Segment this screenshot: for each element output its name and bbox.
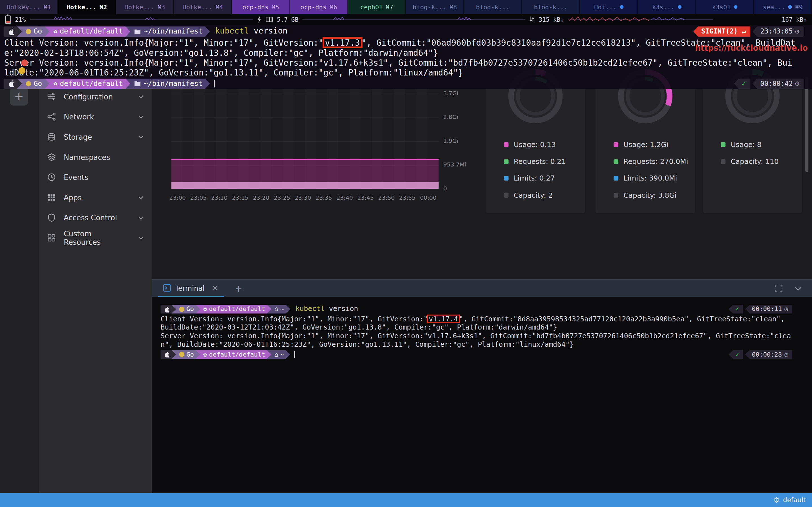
cpu-sparkline (30, 15, 253, 23)
sidebar-item-access-control[interactable]: Access Control (39, 208, 152, 228)
tmux-terminal-pane[interactable]: Go ✿default/default ~/bin/manifest kubec… (0, 25, 812, 89)
tmux-window-tab[interactable]: ocp-dns⌘5 (232, 0, 290, 14)
clock-icon: ◷ (795, 26, 799, 36)
y-axis-tick: 3.7Gi (443, 90, 458, 97)
new-terminal-tab-button[interactable]: + (235, 283, 242, 294)
lens-status-bar: default (0, 493, 812, 507)
go-segment: Go (17, 78, 49, 89)
tmux-window-tab[interactable]: blog-k...⌘8 (406, 0, 464, 14)
tmux-window-tab[interactable]: Hot... (580, 0, 638, 14)
kube-context-segment: ✿default/default (195, 350, 271, 359)
network-arrows-icon (529, 16, 535, 23)
terminal-icon (163, 284, 171, 292)
tmux-window-tab[interactable]: blog-k... (522, 0, 580, 14)
kubernetes-wheel-icon (773, 497, 780, 503)
namespaces-icon (47, 153, 56, 161)
sidebar-item-namespaces[interactable]: Namespaces (39, 147, 152, 167)
active-context-label[interactable]: default (783, 496, 806, 504)
network-up: 167 kB↑ (782, 16, 807, 23)
memory-requests-area (171, 182, 439, 189)
network-down: 315 kB↓ (539, 16, 564, 23)
collapse-chevron-icon[interactable] (795, 286, 802, 291)
usage-dot (504, 142, 509, 147)
sidebar-item-network[interactable]: Network (39, 107, 152, 127)
sidebar-item-storage[interactable]: Storage (39, 127, 152, 147)
tune-icon (47, 92, 56, 101)
capacity-dot (504, 193, 509, 198)
cluster-overview: 3.7Gi 2.8Gi 1.9Gi 953.7Mi 0 23:0023:0523… (152, 25, 812, 493)
activity-dot (788, 5, 792, 9)
version-highlight-box: v1.17.4 (426, 315, 460, 323)
tmux-window-tab[interactable]: k3s... (638, 0, 696, 14)
x-axis: 23:0023:0523:1023:1523:2023:2523:3023:35… (169, 194, 437, 202)
battery-icon (5, 15, 11, 23)
command-text: kubectl version (215, 26, 288, 36)
prompt-line: Go ✿default/default ⌂~ ✓ 00:00:28◷ (160, 349, 812, 359)
tmux-status-bar: 21% 5.7 GB 315 kB↓ 167 kB↑ (0, 14, 812, 25)
chevron-down-icon (138, 115, 143, 118)
lens-terminal[interactable]: Go ✿default/default ⌂~ kubectl version ✓… (152, 297, 812, 493)
tmux-window-tab-active[interactable]: Hotke...⌘2 (58, 0, 116, 14)
terminal-tab[interactable]: Terminal × (158, 280, 223, 297)
kube-context-segment: ✿default/default (195, 305, 271, 314)
chevron-down-icon (138, 236, 143, 239)
apple-icon (165, 306, 170, 312)
legend-row: Usage: 1.2Gi (614, 140, 688, 150)
prompt-line: Go ✿default/default ⌂~ kubectl version ✓… (160, 304, 812, 314)
tmux-window-tab[interactable]: sea...⌘9 (754, 0, 812, 14)
add-cluster-button[interactable]: + (10, 87, 28, 105)
terminal-panel-tabbar: Terminal × + (152, 279, 812, 297)
usage-dot (721, 142, 726, 147)
chevron-down-icon (138, 135, 143, 138)
clock-icon: ◷ (795, 78, 799, 89)
folder-icon (134, 29, 141, 34)
legend-row: Capacity: 110 (721, 157, 779, 166)
server-version-output: Server Version: version.Info{Major:"1", … (160, 332, 791, 349)
lens-cluster-rail: + (0, 25, 39, 493)
sidebar-item-custom-resources[interactable]: Custom Resources (39, 228, 152, 248)
y-axis-tick: 0 (443, 185, 447, 192)
limits-dot (614, 176, 619, 180)
legend-row: Requests: 270.0Mi (614, 157, 688, 166)
kube-context-icon: ✿ (54, 26, 57, 36)
kube-context-segment: ✿default/default (45, 26, 130, 37)
expand-icon[interactable] (775, 284, 783, 292)
tmux-window-tab[interactable]: ceph01⌘7 (348, 0, 406, 14)
tmux-window-tab[interactable]: Hotkey...⌘1 (0, 0, 58, 14)
text-cursor (294, 351, 295, 358)
tmux-window-tab[interactable]: Hotke...⌘4 (174, 0, 232, 14)
sidebar-item-events[interactable]: Events (39, 167, 152, 187)
text-cursor (214, 80, 215, 88)
legend-row: Limits: 0.27 (504, 173, 566, 183)
go-icon (179, 352, 185, 357)
window-minimize-light[interactable] (18, 67, 26, 74)
tmux-window-tab[interactable]: Hotke...⌘3 (116, 0, 174, 14)
y-axis-tick: 953.7Mi (443, 161, 466, 168)
capacity-dot (721, 159, 726, 164)
close-icon[interactable]: × (212, 283, 218, 293)
prompt-line: Go ✿default/default ~/bin/manifest kubec… (4, 26, 812, 37)
memory-usage: 5.7 GB (277, 16, 298, 23)
folder-icon (134, 81, 141, 87)
window-close-light[interactable] (21, 59, 28, 66)
tmux-window-list: Hotkey...⌘1 Hotke...⌘2 Hotke...⌘3 Hotke.… (0, 0, 812, 14)
power-icon (257, 16, 262, 23)
tmux-window-tab[interactable]: ocp-dns⌘6 (290, 0, 348, 14)
signal-chip: SIGINT(2) ↵ (693, 26, 750, 37)
apple-icon (165, 351, 170, 357)
tmux-window-tab[interactable]: k3s01 (696, 0, 754, 14)
tmux-window-tab[interactable]: blog-k... (464, 0, 522, 14)
memory-sparkline (303, 15, 525, 23)
main-scrollbar[interactable] (805, 76, 808, 172)
go-icon (26, 81, 31, 86)
duration-chip: 00:00:28◷ (745, 350, 792, 359)
path-segment: ~/bin/manifest (125, 26, 210, 37)
clock-icon: ◷ (784, 305, 788, 313)
go-segment: Go (17, 26, 49, 37)
sidebar-item-configuration[interactable]: Configuration (39, 87, 152, 107)
access-control-icon (47, 213, 56, 222)
sidebar-item-apps[interactable]: Apps (39, 187, 152, 208)
time-chip: 23:43:05◷ (753, 26, 804, 37)
chevron-down-icon (138, 216, 143, 219)
path-segment: ~/bin/manifest (125, 78, 210, 89)
